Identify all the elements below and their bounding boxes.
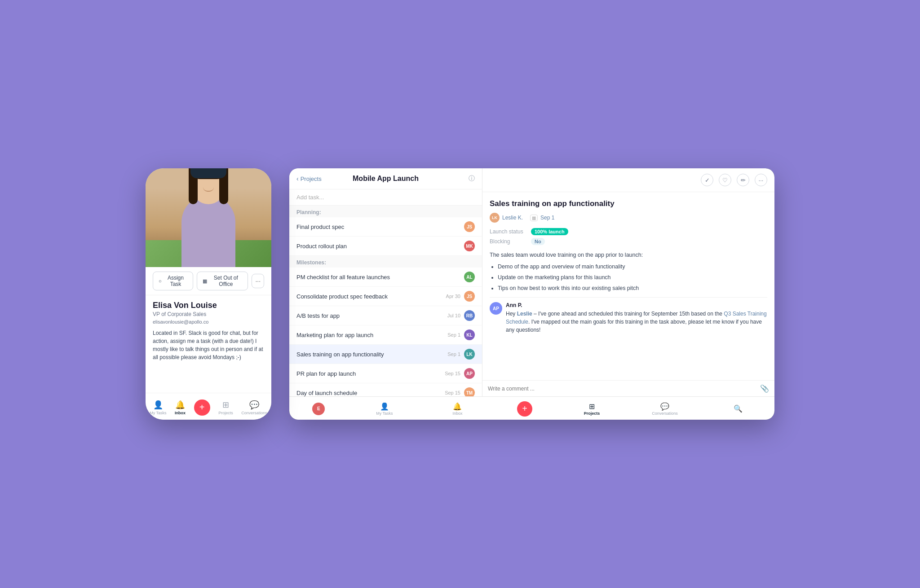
due-date-value: Sep 1 (540, 215, 554, 221)
tablet-nav-projects[interactable]: ⊞ Projects (579, 402, 606, 416)
phone-nav-my-tasks[interactable]: 👤 My Tasks (150, 400, 166, 415)
q3-schedule-link[interactable]: Q3 Sales Training Schedule (506, 311, 767, 325)
complete-button[interactable]: ✓ (701, 174, 713, 186)
inbox-icon: 🔔 (175, 400, 185, 410)
like-button[interactable]: ♡ (719, 174, 731, 186)
back-chevron-icon: ‹ (296, 175, 299, 182)
task-name: A/B tests for app (296, 312, 447, 319)
my-tasks-icon: 👤 (380, 402, 389, 411)
phone-notch (190, 168, 226, 178)
task-name: Final product spec (296, 224, 464, 230)
bullet-item: Tips on how best to work this into our e… (498, 284, 767, 293)
description-bullets: Demo of the app and overview of main fun… (490, 262, 767, 293)
task-date: Sep 15 (445, 371, 460, 376)
assignee-avatar: LK (490, 213, 500, 223)
phone-actions-bar: ○ Assign Task ▦ Set Out of Office ··· (146, 267, 271, 295)
detail-task-title: Sales training on app functionality (490, 199, 767, 208)
task-avatar: RB (464, 310, 475, 321)
more-actions-button[interactable]: ··· (252, 274, 264, 288)
launch-status-badge: 100% launch (531, 228, 568, 235)
profile-photo (146, 168, 271, 267)
profile-email: elisavonlousie@apollo.co (153, 319, 264, 325)
task-item[interactable]: Consolidate product spec feedback Apr 30… (289, 287, 482, 306)
task-list-panel: ‹ Projects Mobile App Launch ⓘ Add task.… (289, 168, 482, 396)
user-avatar-nav[interactable]: E (312, 403, 325, 415)
task-item[interactable]: PM checklist for all feature launches AL (289, 268, 482, 287)
assignee-meta: LK Leslie K. (490, 213, 523, 223)
my-tasks-nav-label: My Tasks (150, 411, 166, 415)
launch-status-field: Launch status 100% launch (490, 228, 767, 235)
task-avatar: LK (464, 349, 475, 360)
attach-icon[interactable]: 📎 (760, 384, 769, 393)
conversations-label: Conversations (652, 411, 678, 416)
task-avatar: KL (464, 329, 475, 340)
detail-meta: LK Leslie K. ▦ Sep 1 (490, 213, 767, 223)
phone-nav-projects[interactable]: ⊞ Projects (218, 400, 233, 415)
info-button[interactable]: ⓘ (469, 175, 475, 183)
planning-section-header: Planning: (289, 206, 482, 217)
set-out-of-office-button[interactable]: ▦ Set Out of Office (197, 272, 248, 290)
task-item[interactable]: Final product spec JS (289, 217, 482, 237)
inbox-nav-label: Inbox (175, 411, 186, 415)
task-name: Day of launch schedule (296, 390, 445, 396)
blocking-badge: No (531, 238, 545, 245)
task-description: The sales team would love training on th… (490, 250, 767, 293)
profile-name: Elisa Von Louise (153, 301, 264, 310)
task-item-selected[interactable]: Sales training on app functionality Sep … (289, 345, 482, 364)
task-item[interactable]: PR plan for app launch Sep 15 AP (289, 364, 482, 383)
task-list-title: Mobile App Launch (353, 175, 419, 182)
scene: ○ Assign Task ▦ Set Out of Office ··· El… (146, 168, 774, 420)
task-item[interactable]: Product rollout plan MK (289, 237, 482, 256)
task-name: Sales training on app functionality (296, 351, 447, 358)
comments-section: AP Ann P. Hey Leslie – I've gone ahead a… (490, 297, 767, 334)
projects-nav-label: Projects (218, 411, 233, 415)
tablet-device: ‹ Projects Mobile App Launch ⓘ Add task.… (289, 168, 774, 420)
tablet-nav-my-tasks[interactable]: 👤 My Tasks (371, 402, 398, 416)
task-name: Marketing plan for app launch (296, 332, 447, 338)
projects-icon: ⊞ (222, 400, 229, 410)
set-out-of-office-label: Set Out of Office (209, 275, 242, 287)
task-avatar: JS (464, 221, 475, 232)
task-item[interactable]: A/B tests for app Jul 10 RB (289, 306, 482, 325)
task-avatar: AP (464, 368, 475, 379)
edit-button[interactable]: ✏ (737, 174, 749, 186)
assignee-name: Leslie K. (502, 215, 523, 221)
profile-photo-bg (146, 168, 271, 267)
task-avatar: TM (464, 387, 475, 396)
back-to-projects-button[interactable]: ‹ Projects (296, 175, 322, 182)
mention-leslie: Leslie (517, 311, 532, 317)
tablet-nav-search[interactable]: 🔍 (725, 404, 752, 413)
comment-input[interactable] (488, 386, 756, 392)
add-button[interactable]: + (194, 399, 210, 416)
assign-task-button[interactable]: ○ Assign Task (153, 272, 193, 290)
task-avatar: MK (464, 241, 475, 251)
task-name: Product rollout plan (296, 243, 464, 250)
comment-author: Ann P. (506, 302, 767, 308)
task-item[interactable]: Day of launch schedule Sep 15 TM (289, 383, 482, 396)
task-detail-panel: ✓ ♡ ✏ ··· Sales training on app function… (482, 168, 774, 396)
task-name: Consolidate product spec feedback (296, 293, 446, 300)
task-item[interactable]: Marketing plan for app launch Sep 1 KL (289, 325, 482, 345)
phone-content: ○ Assign Task ▦ Set Out of Office ··· El… (146, 168, 271, 420)
due-date-meta: ▦ Sep 1 (530, 215, 554, 221)
phone-nav-inbox[interactable]: 🔔 Inbox (175, 400, 186, 415)
add-task-input[interactable]: Add task... (289, 189, 482, 206)
bullet-item: Demo of the app and overview of main fun… (498, 262, 767, 271)
tablet-nav-inbox[interactable]: 🔔 Inbox (444, 402, 471, 416)
task-date: Sep 1 (447, 332, 460, 338)
add-button[interactable]: + (517, 401, 532, 417)
more-button[interactable]: ··· (755, 174, 767, 186)
commenter-avatar: AP (490, 302, 502, 315)
tablet-navigation: E 👤 My Tasks 🔔 Inbox + ⊞ Projects 💬 Conv… (289, 396, 774, 420)
comment-content: Ann P. Hey Leslie – I've gone ahead and … (506, 302, 767, 334)
launch-status-label: Launch status (490, 228, 526, 235)
comment-item: AP Ann P. Hey Leslie – I've gone ahead a… (490, 302, 767, 334)
task-date: Sep 15 (445, 390, 460, 395)
phone-nav-conversations[interactable]: 💬 Conversations (241, 400, 267, 415)
search-icon: 🔍 (734, 404, 743, 413)
conversations-icon: 💬 (660, 402, 669, 411)
task-name: PM checklist for all feature launches (296, 274, 464, 281)
assign-task-label: Assign Task (164, 275, 188, 287)
tablet-nav-conversations[interactable]: 💬 Conversations (651, 402, 678, 416)
projects-label: Projects (584, 411, 600, 416)
